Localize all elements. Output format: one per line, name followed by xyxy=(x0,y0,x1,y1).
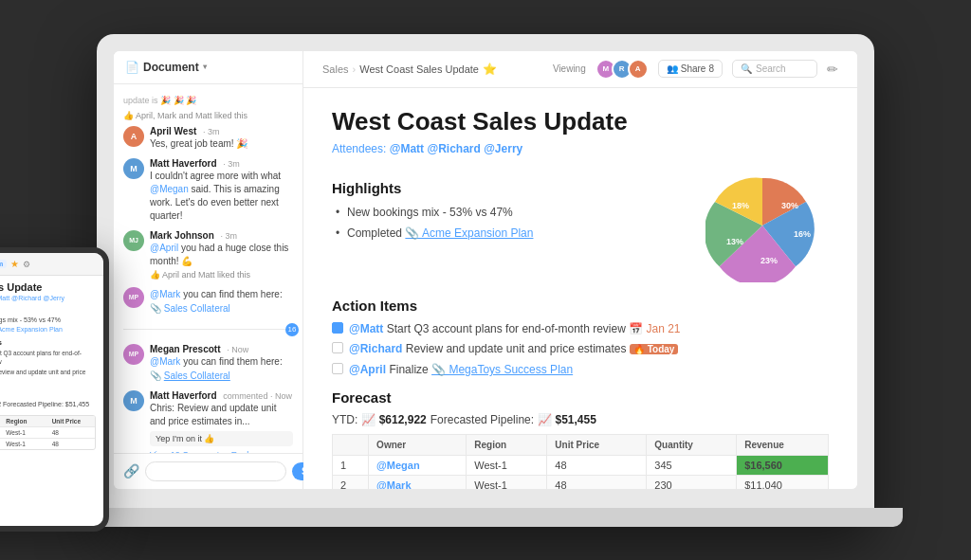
chat-message-input[interactable] xyxy=(145,461,286,481)
topbar-right: Viewing M R A 👥 Share 8 🔍 Search ✏ xyxy=(553,59,838,80)
main-content: Sales › West Coast Sales Update ⭐ Viewin… xyxy=(303,51,857,489)
cell-owner-1: @Megan xyxy=(369,455,467,475)
edit-icon[interactable]: ✏ xyxy=(827,62,838,77)
highlights-text: Highlights New bookings mix - 53% vs 47%… xyxy=(332,169,687,245)
attendee-matt[interactable]: @Matt xyxy=(390,142,424,155)
main-topbar: Sales › West Coast Sales Update ⭐ Viewin… xyxy=(303,51,857,88)
mobile-action-items-title: Action Items xyxy=(0,338,96,347)
viewer-avatar-3: A xyxy=(628,59,649,80)
action-checkbox-1[interactable] xyxy=(332,322,343,334)
chat-panel: 📄 Document ▾ update is 🎉 🎉 🎉 👍 April, Ma… xyxy=(114,51,303,489)
cell-owner-2: @Mark xyxy=(369,475,467,488)
forecast-ytd-amount: 📈 $612,922 xyxy=(361,413,426,426)
avatar-megan-q: MP xyxy=(123,287,144,308)
doc-content: West Coast Sales Update Attendees: @Matt… xyxy=(303,88,857,489)
col-unit-price: Unit Price xyxy=(547,434,647,455)
mobile-highlight-2: Completed Acme Expansion Plan xyxy=(0,325,96,334)
msg-link-megan-q: 📎 Sales Collateral xyxy=(150,302,293,316)
highlights-title: Highlights xyxy=(332,180,687,196)
forecast-title: Forecast xyxy=(332,389,829,406)
doc-attendees: Attendees: @Matt @Richard @Jerry xyxy=(332,142,829,155)
pie-label-4: 13% xyxy=(726,237,743,246)
document-icon: 📄 xyxy=(125,61,139,74)
mobile-doc-title: WC Sales Update xyxy=(0,276,103,295)
mobile-attendees: Attendees: @Matt @Richard @Jerry xyxy=(0,295,103,305)
mobile-forecast-section: Forecast YTD: $612,922 Forecasted Pipeli… xyxy=(0,390,103,411)
breadcrumb-current: West Coast Sales Update xyxy=(359,63,479,75)
cell-revenue-2: $11,040 xyxy=(737,475,829,488)
chat-reaction-mark: 👍 April and Matt liked this xyxy=(150,270,293,280)
mobile-highlight-1: New bookings mix - 53% vs 47% xyxy=(0,316,96,325)
col-revenue: Revenue xyxy=(737,434,829,455)
breadcrumb: Sales › West Coast Sales Update ⭐ xyxy=(322,63,497,76)
msg-time-mark: · 3m xyxy=(221,231,238,241)
cell-num-2: 2 xyxy=(333,475,369,488)
mobile-forecast-text: YTD: $612,922 Forecasted Pipeline: $51,4… xyxy=(0,401,96,407)
mobile-header: ‹ Sales Team ★ ⚙ xyxy=(0,253,103,276)
mobile-cell-price-1: 48 xyxy=(49,427,95,438)
table-header-row: Owner Region Unit Price Quantity Revenue xyxy=(333,434,829,455)
attendee-jerry[interactable]: @Jerry xyxy=(484,142,522,155)
attachment-icon[interactable]: 🔗 xyxy=(123,463,139,479)
attendee-richard[interactable]: @Richard xyxy=(427,142,480,155)
action-items-title: Action Items xyxy=(332,298,829,314)
mobile-team-badge: Sales Team xyxy=(0,260,7,268)
col-num xyxy=(333,434,369,455)
breadcrumb-separator: › xyxy=(353,63,357,75)
divider xyxy=(123,329,285,330)
notif-row: 16 xyxy=(114,319,302,340)
highlight-2: Completed 📎 Acme Expansion Plan xyxy=(332,225,687,242)
breadcrumb-parent[interactable]: Sales xyxy=(322,63,349,75)
msg-time-april: · 3m xyxy=(203,127,220,136)
viewer-avatars: M R A xyxy=(595,59,649,80)
chat-input-area[interactable]: 🔗 Send xyxy=(114,453,302,489)
avatar-matt-comment: M xyxy=(123,390,144,411)
avatar-megan: MP xyxy=(123,344,144,365)
col-region: Region xyxy=(467,434,547,455)
col-quantity: Quantity xyxy=(647,434,737,455)
star-icon[interactable]: ★ xyxy=(10,259,19,269)
acme-plan-link[interactable]: 📎 Acme Expansion Plan xyxy=(405,226,533,240)
cell-price-2: 48 xyxy=(547,475,647,488)
msg-text-matt-comment: Chris: Review and update unit and price … xyxy=(150,402,293,428)
msg-content-matt: Matt Haverford · 3m I couldn't agree mor… xyxy=(150,158,293,223)
msg-time-matt: · 3m xyxy=(223,159,240,169)
breadcrumb-star-icon[interactable]: ⭐ xyxy=(483,63,497,76)
megatoys-link[interactable]: 📎 MegaToys Success Plan xyxy=(431,363,573,376)
gear-icon[interactable]: ⚙ xyxy=(23,260,30,269)
msg-link-megan[interactable]: 📎 Sales Collateral xyxy=(150,370,293,383)
pie-label-5: 18% xyxy=(732,201,749,210)
chat-message-megan: MP Megan Prescott · Now @Mark you can fi… xyxy=(114,340,302,387)
msg-author-matt: Matt Haverford xyxy=(150,158,217,169)
avatar-matt: M xyxy=(123,158,144,179)
cell-price-1: 48 xyxy=(547,455,647,475)
action-item-1: @Matt Start Q3 account plans for end-of-… xyxy=(332,321,829,337)
action-checkbox-2[interactable] xyxy=(332,342,343,353)
mobile-table-preview: Owner Region Unit Price @Megan West-1 48… xyxy=(0,415,96,450)
pie-label-2: 16% xyxy=(794,229,811,239)
highlight-1: New bookings mix - 53% vs 47% xyxy=(332,204,687,221)
msg-text-matt: I couldn't agree more with what @Megan s… xyxy=(150,170,293,223)
cell-region-1: West-1 xyxy=(467,455,547,475)
action-checkbox-3[interactable] xyxy=(332,363,343,374)
notification-badge: 16 xyxy=(285,323,299,336)
search-placeholder: Search xyxy=(756,63,786,74)
msg-author-megan: Megan Prescott xyxy=(150,344,220,354)
pie-label-1: 30% xyxy=(781,201,798,210)
msg-text-mark: @April you had a huge close this month! … xyxy=(150,242,293,268)
search-box[interactable]: 🔍 Search xyxy=(732,60,817,78)
cell-qty-1: 345 xyxy=(647,455,737,475)
chat-panel-title: Document xyxy=(143,61,199,74)
action-text-1: @Matt Start Q3 account plans for end-of-… xyxy=(349,321,681,337)
system-message: update is 🎉 🎉 🎉 xyxy=(114,92,302,109)
msg-time-megan: · Now xyxy=(227,345,248,354)
msg-quoted: Yep I'm on it 👍 xyxy=(150,431,293,446)
mobile-highlights-section: Highlights New bookings mix - 53% vs 47%… xyxy=(0,305,103,338)
chevron-down-icon[interactable]: ▾ xyxy=(203,63,207,71)
msg-content-megan: Megan Prescott · Now @Mark you can find … xyxy=(150,344,293,383)
msg-author-april: April West xyxy=(150,126,196,136)
cell-region-2: West-1 xyxy=(467,475,547,488)
mobile-action-items-section: Action Items @Matt - Start Q3 account pl… xyxy=(0,338,103,390)
msg-content-mark: Mark Johnson · 3m @April you had a huge … xyxy=(150,230,293,280)
share-button[interactable]: 👥 Share 8 xyxy=(658,60,723,78)
